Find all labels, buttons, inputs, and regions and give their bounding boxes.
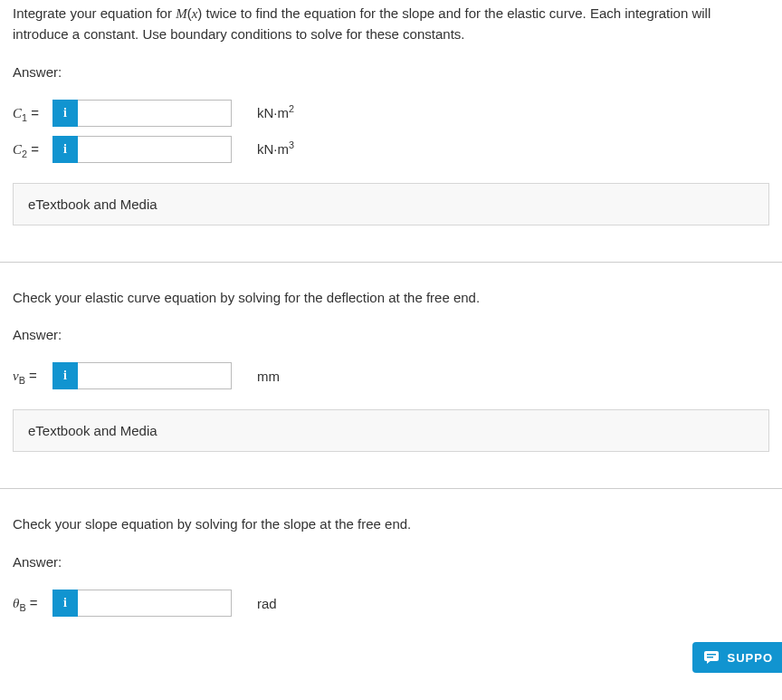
question-part-1: Integrate your equation for M(x) twice t… — [0, 4, 782, 225]
input-row-c1: C1 = i kN·m2 — [13, 100, 769, 127]
answer-input-thetab[interactable] — [78, 590, 232, 617]
question-part-2: Check your elastic curve equation by sol… — [0, 288, 782, 453]
info-icon[interactable]: i — [52, 136, 78, 163]
answer-input-vb[interactable] — [78, 362, 232, 389]
variable-label: C2 = — [13, 141, 51, 158]
unit-label: kN·m2 — [257, 105, 294, 120]
instructions-text: Check your elastic curve equation by sol… — [13, 288, 769, 308]
info-icon[interactable]: i — [52, 100, 78, 127]
unit-label: rad — [257, 596, 277, 611]
answer-input-c1[interactable] — [78, 100, 232, 127]
unit-label: kN·m3 — [257, 141, 294, 157]
answer-input-c2[interactable] — [78, 136, 232, 163]
etextbook-media-button[interactable]: eTextbook and Media — [13, 409, 769, 452]
etextbook-media-button[interactable]: eTextbook and Media — [13, 183, 769, 225]
answer-heading: Answer: — [13, 327, 769, 342]
variable-label: θB = — [13, 595, 51, 611]
instructions-text: Integrate your equation for M(x) twice t… — [13, 4, 769, 44]
variable-label: C1 = — [13, 105, 51, 121]
input-row-c2: C2 = i kN·m3 — [13, 136, 769, 163]
info-icon[interactable]: i — [52, 590, 78, 617]
section-divider — [0, 262, 782, 263]
answer-heading: Answer: — [13, 64, 769, 80]
input-row-vb: vB = i mm — [13, 362, 769, 389]
instructions-text: Check your slope equation by solving for… — [13, 514, 769, 534]
unit-label: mm — [257, 369, 280, 384]
input-row-thetab: θB = i rad — [13, 590, 769, 617]
info-icon[interactable]: i — [52, 362, 78, 389]
question-part-3: Check your slope equation by solving for… — [0, 514, 782, 617]
section-divider — [0, 488, 782, 489]
answer-heading: Answer: — [13, 554, 769, 570]
variable-label: vB = — [13, 368, 51, 384]
